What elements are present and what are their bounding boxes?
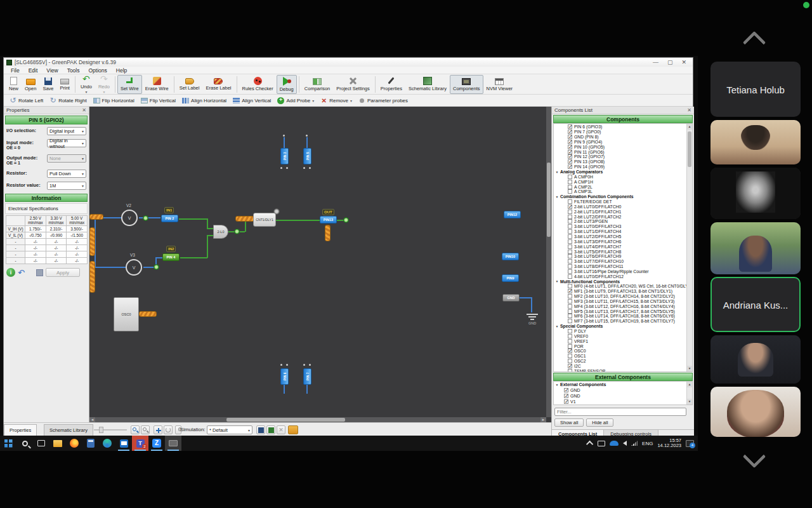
pin9-block[interactable]: PIN9 bbox=[502, 274, 519, 282]
flip-horizontal-button[interactable]: Flip Horizontal bbox=[90, 95, 138, 105]
rotate-right-button[interactable]: ↻Rotate Right bbox=[46, 95, 89, 105]
component-item[interactable]: 3-bit LUT6/DFF/LATCH9 bbox=[554, 254, 692, 259]
checkbox[interactable] bbox=[568, 334, 572, 338]
component-item[interactable]: PIN 10 (GPIO5) bbox=[554, 144, 692, 149]
scroll-right-icon[interactable]: ► bbox=[540, 417, 546, 422]
external-component[interactable] bbox=[89, 214, 103, 220]
component-item[interactable]: OSC2 bbox=[554, 359, 692, 364]
scrollbar-thumb[interactable] bbox=[226, 418, 345, 422]
participants-scroll-up-icon[interactable] bbox=[741, 29, 769, 43]
close-button[interactable]: ✕ bbox=[681, 58, 686, 66]
checkbox[interactable] bbox=[568, 309, 572, 314]
menu-tools[interactable]: Tools bbox=[63, 67, 84, 74]
component-item[interactable]: FILTER/EDGE DET bbox=[554, 199, 692, 204]
info-icon[interactable]: i bbox=[6, 268, 15, 277]
gnd-pin-block[interactable]: GND bbox=[502, 294, 520, 302]
component-item[interactable]: PIN 11 (GPIO6) bbox=[554, 149, 692, 154]
taskbar-task-view-button[interactable] bbox=[33, 436, 49, 451]
field-select-1[interactable]: Digital in without▾ bbox=[47, 139, 86, 147]
component-item[interactable]: MF4 (3-bit LUT12, DFF/LATCH16, 8-bit CNT… bbox=[554, 304, 692, 309]
component-section[interactable]: ▼Special Components bbox=[554, 324, 692, 329]
taskbar-teams-button[interactable]: T2 bbox=[132, 436, 148, 451]
participant-tile[interactable] bbox=[710, 168, 801, 219]
component-item[interactable]: MF1 (3-bit LUT9, DFF/LATCH13, 8-bit CNT1… bbox=[554, 289, 692, 294]
voltage-source-v2[interactable]: V bbox=[121, 210, 138, 226]
align-horizontal-button[interactable]: Align Horizontal bbox=[179, 95, 230, 105]
taskbar-firefox-button[interactable] bbox=[66, 436, 82, 451]
project-settings-button[interactable]: Project Settings bbox=[333, 75, 373, 94]
component-item[interactable]: 4-bit LUT0/DFF/LATCH12 bbox=[554, 274, 692, 279]
probe[interactable] bbox=[343, 217, 349, 223]
notifications-icon[interactable]: 4 bbox=[686, 440, 694, 447]
component-item[interactable]: 3-bit LUT7/DFF/LATCH10 bbox=[554, 259, 692, 264]
component-item[interactable]: 3-bit LUT3/DFF/LATCH6 bbox=[554, 239, 692, 244]
component-item[interactable]: VREF0 bbox=[554, 333, 692, 338]
component-item[interactable]: PIN 12 (GPIO7) bbox=[554, 154, 692, 159]
checkbox[interactable] bbox=[568, 289, 572, 293]
pin2-block[interactable]: PIN 2 bbox=[161, 215, 178, 222]
components-list-scrollbar[interactable]: ▲▼ bbox=[686, 124, 692, 371]
checkbox[interactable] bbox=[568, 274, 572, 279]
component-item[interactable]: OSC0 bbox=[554, 349, 692, 354]
remove-button[interactable]: ✕Remove▾ bbox=[317, 95, 355, 105]
field-select-2[interactable]: None▾ bbox=[47, 154, 86, 163]
add-probe-button[interactable]: Add Probe▾ bbox=[274, 95, 317, 105]
checkbox[interactable] bbox=[568, 369, 572, 372]
external-components-list[interactable]: ▼External ComponentsGNDGNDV1V2▲▼ bbox=[553, 381, 693, 405]
checkbox[interactable] bbox=[568, 204, 572, 209]
scroll-up-icon[interactable]: ▲ bbox=[687, 382, 692, 387]
component-item[interactable]: 3-bit LUT16/Pipe Delay/Ripple Counter bbox=[554, 269, 692, 274]
checkbox[interactable] bbox=[568, 175, 572, 179]
external-resistor-vertical[interactable] bbox=[325, 225, 331, 241]
component-item[interactable]: 2-bit LUT1/DFF/LATCH1 bbox=[554, 209, 692, 214]
participant-tile[interactable] bbox=[710, 222, 801, 274]
taskbar-outlook-button[interactable] bbox=[115, 436, 132, 451]
osc-external-resistor[interactable] bbox=[139, 311, 157, 317]
component-item[interactable]: MF0 (4-bit LUT1, DFF/LATCH20, WS Ctrl, 1… bbox=[554, 284, 692, 289]
component-item[interactable]: PIN 9 (GPIO4) bbox=[554, 140, 692, 145]
taskbar-search-button[interactable] bbox=[16, 436, 33, 451]
scroll-down-icon[interactable]: ▼ bbox=[687, 366, 692, 371]
component-item[interactable]: V2 bbox=[554, 404, 692, 405]
checkbox[interactable] bbox=[568, 210, 572, 214]
component-item[interactable]: 2-bit LUT2/DFF/LATCH2 bbox=[554, 214, 692, 219]
pin3-block[interactable]: PIN 3 bbox=[280, 148, 289, 164]
checkbox[interactable] bbox=[568, 269, 572, 274]
collapse-triangle-icon[interactable]: ▼ bbox=[554, 170, 560, 174]
clear-simulation-button[interactable]: ✕ bbox=[277, 425, 285, 434]
checkbox[interactable] bbox=[564, 388, 568, 392]
checkbox[interactable] bbox=[568, 339, 572, 344]
collapse-triangle-icon[interactable]: ▼ bbox=[554, 383, 560, 387]
comparison-button[interactable]: Comparison bbox=[301, 75, 333, 94]
component-item[interactable]: PIN 14 (GPIO9) bbox=[554, 164, 692, 170]
checkbox[interactable] bbox=[564, 394, 568, 398]
pin7-block[interactable]: PIN 7 bbox=[303, 368, 311, 385]
field-select-4[interactable]: 1M▾ bbox=[47, 182, 86, 190]
apply-button[interactable]: Apply bbox=[46, 268, 80, 277]
checkbox[interactable] bbox=[568, 314, 572, 318]
title-bar[interactable]: [SLG46855V] - GreenPAK Designer v.6.39 —… bbox=[4, 58, 693, 67]
field-select-3[interactable]: Pull Down▾ bbox=[47, 170, 86, 178]
menu-help[interactable]: Help bbox=[112, 67, 131, 74]
canvas-horizontal-scrollbar[interactable]: ◄ ► bbox=[89, 417, 546, 422]
field-select-0[interactable]: Digital input▾ bbox=[47, 127, 86, 135]
open-button[interactable]: Open bbox=[22, 75, 39, 94]
properties-button[interactable]: Properties bbox=[377, 75, 405, 94]
checkbox[interactable] bbox=[568, 234, 572, 239]
pin13-block[interactable]: PIN13 bbox=[320, 216, 337, 224]
external-resistor[interactable] bbox=[235, 216, 254, 222]
checkbox[interactable] bbox=[568, 354, 572, 358]
checkbox[interactable] bbox=[568, 215, 572, 219]
nvm-viewer-button[interactable]: NVM Viewer bbox=[483, 75, 516, 94]
checkbox[interactable] bbox=[568, 239, 572, 244]
component-item[interactable]: 3-bit LUT5/DFF/LATCH8 bbox=[554, 249, 692, 254]
display-icon[interactable] bbox=[598, 441, 605, 446]
debug-button[interactable]: Debug bbox=[277, 75, 297, 94]
probe[interactable] bbox=[234, 229, 240, 234]
pin6-block[interactable]: PIN 6 bbox=[280, 368, 289, 385]
external-component[interactable] bbox=[89, 227, 95, 256]
checkbox[interactable] bbox=[568, 254, 572, 258]
save-simulation-button[interactable] bbox=[256, 425, 265, 434]
chevron-down-icon[interactable]: ▾ bbox=[312, 98, 314, 103]
network-icon[interactable] bbox=[631, 441, 638, 446]
